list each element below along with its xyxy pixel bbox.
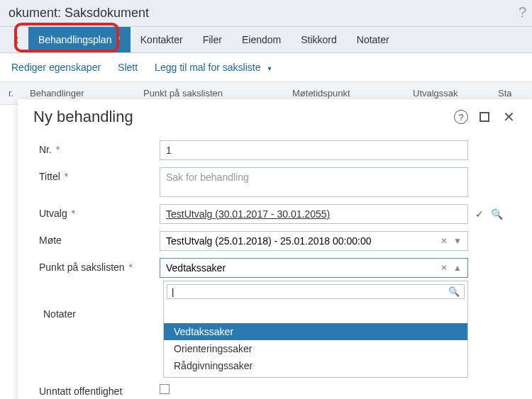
document-title: okument: Saksdokument [0,0,532,27]
required-asterisk: * [72,208,75,219]
tab-kontakter[interactable]: Kontakter [131,27,193,52]
chevron-down-icon[interactable]: ▼ [453,236,462,246]
dropdown-search[interactable]: 🔍 [167,284,465,299]
tab-cutoff-left[interactable]: t [6,27,28,52]
toolbar: Rediger egenskaper Slett Legg til mal fo… [0,53,532,82]
clear-icon[interactable]: ✕ [440,263,448,273]
spacer-label [39,279,160,283]
close-icon[interactable]: ✕ [501,109,516,125]
dropdown-item-radgivningssaker[interactable]: Rådgivningssaker [164,357,467,374]
punkt-dropdown: 🔍 Vedtakssaker Orienteringssaker Rådgivn… [163,281,468,378]
label-text: Nr. [39,144,52,155]
chevron-down-icon: ▼ [266,65,272,72]
tab-asterisk: * [116,34,120,45]
help-icon[interactable]: ? [454,110,468,124]
leggtil-label: Legg til mal for saksliste [155,62,260,73]
utvalg-label: Utvalg * [39,204,160,219]
tab-notater[interactable]: Notater [347,27,399,52]
modal-title: Ny behandling [33,108,445,126]
label-text: Utvalg [39,208,67,219]
label-text: Punkt på sakslisten [39,262,125,273]
unntatt-checkbox[interactable] [160,384,170,394]
clear-icon[interactable]: ✕ [440,236,448,246]
mote-value: TestUtvalg (25.01.2018) - 25.01.2018 00:… [166,235,435,247]
slett-link[interactable]: Slett [109,59,146,76]
punkt-label: Punkt på sakslisten * [39,258,160,273]
unntatt-label: Unntatt offentlighet [39,382,160,397]
required-asterisk: * [65,171,68,182]
col-motetid[interactable]: Møtetidspunkt [292,88,413,99]
leggtil-link[interactable]: Legg til mal for saksliste ▼ [146,59,281,76]
utvalg-input[interactable]: TestUtvalg (30.01.2017 - 30.01.2055) [160,204,468,224]
tabs-row: t Behandlingsplan * Kontakter Filer Eien… [0,27,532,53]
col-behandlinger[interactable]: Behandlinger [30,88,143,99]
tab-filer[interactable]: Filer [193,27,232,52]
col-punkt[interactable]: Punkt på sakslisten [143,88,292,99]
tab-behandlingsplan[interactable]: Behandlingsplan * [28,27,131,52]
nr-label: Nr. * [39,140,160,155]
nr-input[interactable]: 1 [160,140,468,160]
dropdown-item-orienteringssaker[interactable]: Orienteringssaker [164,340,467,357]
search-icon[interactable]: 🔍 [448,286,460,297]
help-icon-global[interactable]: ? [519,4,526,21]
label-text: Tittel [39,171,60,182]
dropdown-list: Vedtakssaker Orienteringssaker Rådgivnin… [164,320,467,377]
punkt-select[interactable]: Vedtakssaker ✕ ▲ [160,258,468,278]
mote-label: Møte [39,231,160,246]
dropdown-item-vedtakssaker[interactable]: Vedtakssaker [164,323,467,340]
form-body: Nr. * 1 Tittel * Sak for behandling Utva… [18,140,532,399]
required-asterisk: * [56,144,60,155]
tittel-input[interactable]: Sak for behandling [160,167,468,197]
mote-select[interactable]: TestUtvalg (25.01.2018) - 25.01.2018 00:… [160,231,468,251]
modal-ny-behandling: Ny behandling ? ✕ Nr. * 1 Tittel * Sak f… [18,99,532,399]
punkt-value: Vedtakssaker [166,262,435,274]
search-icon[interactable]: 🔍 [491,208,503,220]
rediger-link[interactable]: Rediger egenskaper [3,59,109,76]
check-icon[interactable]: ✓ [475,208,484,220]
dropdown-search-input[interactable] [172,286,448,297]
modal-header: Ny behandling ? ✕ [18,99,532,140]
maximize-icon[interactable] [477,109,492,125]
tab-eiendom[interactable]: Eiendom [232,27,291,52]
tittel-label: Tittel * [39,167,160,182]
tab-label: Behandlingsplan [38,34,112,45]
chevron-up-icon[interactable]: ▲ [453,263,462,273]
col-sta[interactable]: Sta [498,88,519,99]
required-asterisk: * [129,262,133,273]
col-nr: r. [9,88,30,99]
col-utvalgssak[interactable]: Utvalgssak [413,88,498,99]
tab-stikkord[interactable]: Stikkord [291,27,347,52]
